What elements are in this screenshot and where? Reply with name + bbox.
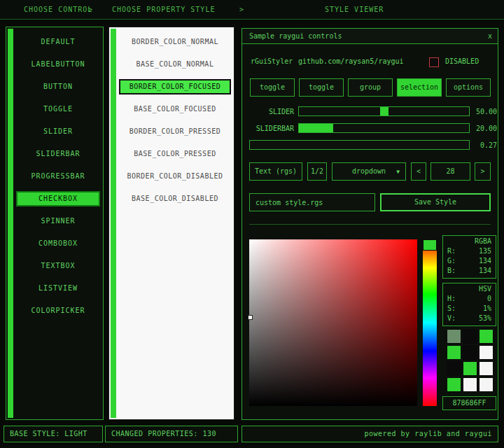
color-swatch[interactable] (447, 329, 461, 344)
spinner-value-box[interactable]: 28 (430, 162, 470, 181)
properties-list-panel: BORDER_COLOR_NORMAL BASE_COLOR_NORMAL BO… (108, 27, 234, 420)
rguistyler-app: CHOOSE CONTROL > CHOOSE PROPERTY STYLE >… (0, 0, 504, 448)
control-item-colorpicker[interactable]: COLORPICKER (16, 303, 100, 318)
toggle-button-2[interactable]: toggle (299, 78, 344, 97)
rgba-b-value: 134 (479, 267, 491, 276)
control-item-default[interactable]: DEFAULT (16, 34, 100, 50)
breadcrumb-choose-property-style: CHOOSE PROPERTY STYLE (112, 6, 215, 13)
property-item-base-color-pressed[interactable]: BASE_COLOR_PRESSED (119, 146, 231, 162)
control-item-toggle[interactable]: TOGGLE (16, 102, 100, 117)
property-item-border-color-pressed[interactable]: BORDER_COLOR_PRESSED (119, 124, 231, 139)
rgba-g-value: 134 (479, 257, 491, 267)
color-swatch[interactable] (463, 377, 477, 392)
rgba-info-box: RGBA R:135 G:134 B:134 (442, 235, 496, 279)
toggle-group: toggle toggle group selection options (250, 78, 491, 97)
toggle-button-1[interactable]: toggle (250, 78, 295, 97)
progressbar-value: 0.27 (473, 141, 497, 149)
breadcrumb-chevron-icon: > (88, 6, 92, 13)
controls-list-panel: DEFAULT LABELBUTTON BUTTON TOGGLE SLIDER… (6, 27, 104, 420)
sliderbar-row: SLIDERBAR 20.00 (242, 123, 498, 134)
style-viewer-window: Sample raygui controls x rGuiStyler gith… (241, 28, 498, 420)
control-item-spinner[interactable]: SPINNER (16, 214, 100, 229)
toggle-button-options[interactable]: options (446, 78, 491, 97)
color-swatch[interactable] (447, 377, 461, 392)
rgba-r-value: 135 (479, 247, 491, 257)
control-item-textbox[interactable]: TEXTBOX (16, 258, 100, 274)
property-item-base-color-disabled[interactable]: BASE_COLOR_DISABLED (119, 191, 231, 206)
rgba-b-label: B: (447, 267, 456, 276)
control-item-sliderbar[interactable]: SLIDERBAR (16, 146, 100, 162)
color-swatch[interactable] (479, 361, 493, 376)
sliderbar-track[interactable] (298, 123, 470, 133)
hsv-info-box: HSV H:0 S:1% V:53% (442, 283, 496, 326)
hsv-v-label: V: (447, 314, 456, 324)
controls-scrollbar[interactable] (8, 29, 13, 418)
hex-color-value[interactable]: 878686FF (442, 396, 496, 410)
color-picker-area[interactable] (249, 239, 417, 406)
hue-bar[interactable] (423, 239, 437, 406)
slider-track[interactable] (298, 106, 470, 116)
control-item-checkbox[interactable]: CHECKBOX (16, 191, 100, 206)
top-toolbar: CHOOSE CONTROL > CHOOSE PROPERTY STYLE >… (0, 0, 504, 20)
controls-list: DEFAULT LABELBUTTON BUTTON TOGGLE SLIDER… (16, 34, 100, 326)
control-item-button[interactable]: BUTTON (16, 79, 100, 94)
property-item-border-color-disabled[interactable]: BORDER_COLOR_DISABLED (119, 169, 231, 184)
color-swatch[interactable] (447, 345, 461, 360)
progressbar-track (249, 140, 470, 150)
toggle-button-group[interactable]: group (348, 78, 393, 97)
text-rgs-button[interactable]: Text (rgs) (249, 162, 302, 181)
hsv-s-label: S: (447, 304, 456, 314)
breadcrumb-chevron-icon: > (239, 6, 244, 13)
save-style-button[interactable]: Save Style (380, 193, 491, 211)
style-filename-input[interactable] (249, 193, 375, 211)
spinner-decrement-button[interactable]: < (411, 162, 426, 181)
properties-scrollbar[interactable] (111, 29, 116, 418)
color-picker-cursor[interactable] (248, 315, 253, 320)
control-item-slider[interactable]: SLIDER (16, 124, 100, 139)
color-swatch[interactable] (463, 345, 477, 360)
section-divider (249, 224, 491, 225)
spinner-increment-button[interactable]: > (475, 162, 491, 181)
brand-row: rGuiStyler github.com/raysan5/raygui DIS… (242, 57, 498, 70)
toggle-button-selection[interactable]: selection (397, 78, 442, 97)
progressbar-row: 0.27 (242, 140, 498, 150)
slider-label: SLIDER (244, 108, 294, 115)
app-brand-label: rGuiStyler (251, 57, 293, 65)
property-item-border-color-normal[interactable]: BORDER_COLOR_NORMAL (119, 34, 231, 50)
slider-handle[interactable] (380, 107, 388, 115)
control-item-labelbutton[interactable]: LABELBUTTON (16, 57, 100, 72)
control-item-listview[interactable]: LISTVIEW (16, 281, 100, 296)
close-icon[interactable]: x (488, 29, 492, 43)
status-changed-properties: CHANGED PROPERTIES: 130 (105, 426, 238, 442)
disabled-checkbox[interactable] (429, 57, 439, 67)
hsv-v-value: 53% (479, 314, 491, 324)
control-item-combobox[interactable]: COMBOBOX (16, 236, 100, 251)
color-swatch[interactable] (479, 329, 493, 344)
color-swatch[interactable] (479, 377, 493, 392)
breadcrumb-style-viewer: STYLE VIEWER (325, 6, 384, 13)
disabled-checkbox-label: DISABLED (445, 57, 479, 65)
property-item-border-color-focused[interactable]: BORDER_COLOR_FOCUSED (119, 79, 231, 94)
viewer-body: rGuiStyler github.com/raysan5/raygui DIS… (242, 45, 498, 419)
half-toggle-button[interactable]: 1/2 (307, 162, 327, 181)
color-swatch[interactable] (479, 345, 493, 360)
hue-selector[interactable] (423, 239, 437, 251)
property-item-base-color-focused[interactable]: BASE_COLOR_FOCUSED (119, 102, 231, 117)
status-powered-by: powered by raylib and raygui (241, 426, 498, 442)
color-swatch-grid (447, 329, 493, 392)
property-item-base-color-normal[interactable]: BASE_COLOR_NORMAL (119, 57, 231, 72)
color-swatch[interactable] (463, 361, 477, 376)
misc-controls-row: Text (rgs) 1/2 dropdown ▼ < 28 > (242, 162, 498, 181)
dropdown-box[interactable]: dropdown ▼ (332, 162, 406, 181)
rgba-title: RGBA (447, 237, 491, 247)
control-item-progressbar[interactable]: PROGRESSBAR (16, 169, 100, 184)
color-swatch[interactable] (463, 329, 477, 344)
sliderbar-value: 20.00 (473, 125, 497, 132)
hsv-title: HSV (447, 285, 491, 295)
color-swatch[interactable] (447, 361, 461, 376)
properties-list: BORDER_COLOR_NORMAL BASE_COLOR_NORMAL BO… (119, 34, 231, 214)
viewer-titlebar[interactable]: Sample raygui controls x (242, 29, 498, 44)
hsv-h-value: 0 (487, 295, 491, 304)
viewer-title: Sample raygui controls (242, 32, 342, 40)
github-link[interactable]: github.com/raysan5/raygui (298, 57, 404, 65)
